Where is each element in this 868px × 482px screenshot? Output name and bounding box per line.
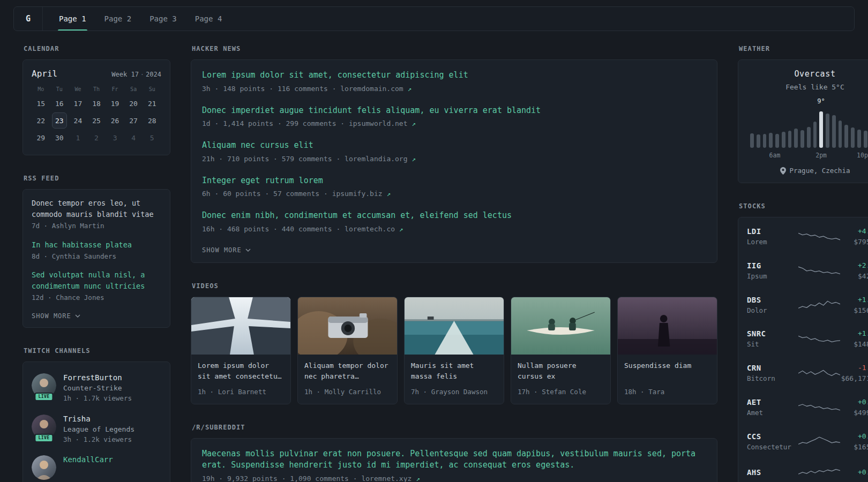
post-title[interactable]: Lorem ipsum dolor sit amet, consectetur … [202, 70, 706, 81]
stock-row[interactable]: AETAmet+0.92%$499.72 [747, 391, 868, 425]
nav-tab-3[interactable]: Page 4 [189, 7, 229, 31]
weather-condition: Overcast [746, 69, 868, 79]
nav-tab-2[interactable]: Page 3 [143, 7, 183, 31]
calendar-day[interactable]: 27 [126, 112, 141, 129]
stock-row[interactable]: SNRCSit+1.36%$148.64 [747, 322, 868, 357]
channel-game[interactable]: League of Legends [63, 425, 134, 433]
weather-hour-bar [864, 131, 867, 148]
twitch-channel[interactable]: LIVEForrestBurtonCounter-Strike1h · 1.7k… [32, 373, 161, 404]
post-title[interactable]: Aliquam nec cursus elit [202, 140, 706, 152]
post-source-link[interactable]: loremdomain.com ↗ [340, 85, 411, 93]
rss-item-title[interactable]: Sed volutpat nulla nisl, a condimentum n… [32, 269, 161, 292]
stock-row[interactable]: AHS+0.46% [747, 459, 868, 482]
video-card[interactable]: Suspendisse diam18h · Tara [617, 297, 717, 404]
app-logo[interactable]: G [14, 7, 43, 31]
post-source-link[interactable]: ipsumify.biz ↗ [332, 190, 391, 198]
calendar-day[interactable]: 24 [70, 112, 86, 129]
calendar-day[interactable]: 28 [144, 112, 160, 129]
rss-item-title[interactable]: In hac habitasse platea [32, 239, 161, 251]
calendar-week-label: Week 17 [111, 71, 139, 78]
stock-change: +0.51% [854, 432, 868, 440]
video-card[interactable]: Aliquam tempor dolor nec pharetra…1h · M… [297, 297, 398, 404]
calendar-day[interactable]: 22 [33, 112, 49, 129]
calendar-day[interactable]: 5 [144, 130, 160, 146]
post-title[interactable]: Donec imperdiet augue tincidunt felis al… [202, 105, 706, 117]
twitch-channel[interactable]: KendallCarr [32, 455, 161, 480]
channel-game[interactable]: Counter-Strike [63, 384, 132, 392]
stock-row[interactable]: LDILorem+4.35%$795.18 [747, 220, 868, 254]
post-source-link[interactable]: ipsumworld.net ↗ [349, 119, 416, 127]
stock-symbol: CCS [747, 432, 797, 441]
weather-hour-bar [757, 134, 760, 148]
calendar-day[interactable]: 4 [126, 130, 141, 146]
channel-avatar: LIVE [32, 415, 56, 439]
weather-time-label: 10pm [857, 152, 868, 159]
video-title[interactable]: Nullam posuere cursus ex [518, 360, 604, 382]
channel-name[interactable]: ForrestBurton [63, 373, 132, 382]
calendar-day[interactable]: 18 [89, 95, 104, 111]
video-title[interactable]: Aliquam tempor dolor nec pharetra… [304, 360, 391, 382]
stock-change: +2.84% [858, 261, 868, 269]
stock-price: $42.04 [858, 271, 868, 282]
video-card[interactable]: Lorem ipsum dolor sit amet consectetu…1h… [191, 297, 291, 404]
sparkline-chart [798, 230, 840, 244]
calendar-day[interactable]: 2 [89, 130, 104, 146]
channel-name[interactable]: KendallCarr [63, 455, 113, 464]
stock-row[interactable]: CRNBitcorn-1.00%$66,171.48 [747, 357, 868, 391]
weather-card: Overcast Feels like 5°C 9° 6am2pm10pm Pr… [738, 59, 868, 183]
post-source-link[interactable]: loremtech.co ↗ [345, 225, 403, 233]
sparkline-chart [798, 265, 840, 278]
subreddit-card: Maecenas mollis pulvinar erat non posuer… [191, 438, 717, 482]
calendar-dayname: Tu [50, 86, 69, 92]
nav-tab-1[interactable]: Page 2 [98, 7, 138, 31]
stock-row[interactable]: DBSDolor+1.42%$156.28 [747, 289, 868, 323]
video-title[interactable]: Suspendisse diam [624, 360, 710, 382]
calendar-day[interactable]: 26 [107, 112, 123, 129]
post-source-link[interactable]: loremlandia.org ↗ [345, 155, 416, 163]
top-nav: G Page 1Page 2Page 3Page 4 [13, 6, 855, 31]
post-title[interactable]: Donec enim nibh, condimentum et accumsan… [202, 210, 706, 222]
subreddit-section-header: /R/SUBREDDIT [192, 424, 717, 431]
twitch-channel[interactable]: LIVETrishaLeague of Legends3h · 1.2k vie… [32, 415, 161, 445]
stock-row[interactable]: IIGIpsum+2.84%$42.04 [747, 254, 868, 289]
rss-item-title[interactable]: Donec tempor eros leo, ut commodo mauris… [32, 198, 161, 220]
post-stats: 1d · 1,414 points · 299 comments · [202, 119, 345, 127]
calendar-day[interactable]: 19 [107, 95, 123, 111]
video-title[interactable]: Lorem ipsum dolor sit amet consectetu… [198, 360, 284, 382]
calendar-day[interactable]: 3 [107, 130, 123, 146]
stock-id: CCSConsectetur [747, 432, 797, 453]
post-item: Donec enim nibh, condimentum et accumsan… [202, 210, 706, 235]
calendar-day[interactable]: 30 [52, 130, 68, 146]
calendar-day[interactable]: 21 [144, 95, 160, 111]
channel-name[interactable]: Trisha [63, 415, 134, 423]
calendar-day[interactable]: 20 [126, 95, 141, 111]
video-card[interactable]: Nullam posuere cursus ex17h · Stefan Col… [511, 297, 611, 404]
calendar-day-selected[interactable]: 23 [52, 112, 68, 129]
stock-symbol: CRN [747, 364, 797, 372]
post-title[interactable]: Maecenas mollis pulvinar erat non posuer… [202, 448, 706, 472]
calendar-day[interactable]: 15 [33, 95, 49, 111]
post-title[interactable]: Integer eget rutrum lorem [202, 175, 706, 187]
post-stats: 3h · 148 points · 116 comments · [202, 85, 336, 93]
calendar-day[interactable]: 16 [52, 95, 68, 111]
video-title[interactable]: Mauris sit amet massa felis [411, 360, 497, 382]
weather-hour-bar [807, 127, 811, 148]
calendar-day[interactable]: 29 [33, 130, 49, 146]
separator-dot: · [140, 71, 144, 78]
show-more-button[interactable]: SHOW MORE [202, 245, 251, 255]
video-card[interactable]: Mauris sit amet massa felis7h · Grayson … [404, 297, 504, 404]
weather-hour-bar [769, 133, 773, 148]
stock-symbol: DBS [747, 296, 797, 304]
calendar-day[interactable]: 17 [70, 95, 86, 111]
stock-row[interactable]: CCSConsectetur+0.51%$165.84 [747, 425, 868, 460]
post-item: Maecenas mollis pulvinar erat non posuer… [202, 448, 706, 482]
stocks-section-header: STOCKS [739, 202, 868, 210]
calendar-day[interactable]: 25 [89, 112, 104, 129]
show-more-button[interactable]: SHOW MORE [32, 311, 80, 321]
calendar-day[interactable]: 1 [70, 130, 86, 146]
stock-change: +0.92% [854, 398, 868, 406]
weather-hour-bar [832, 115, 836, 148]
post-source-link[interactable]: loremnet.xyz ↗ [361, 475, 420, 482]
thumbnail-sea-wake [405, 297, 504, 355]
nav-tab-0[interactable]: Page 1 [53, 7, 93, 31]
